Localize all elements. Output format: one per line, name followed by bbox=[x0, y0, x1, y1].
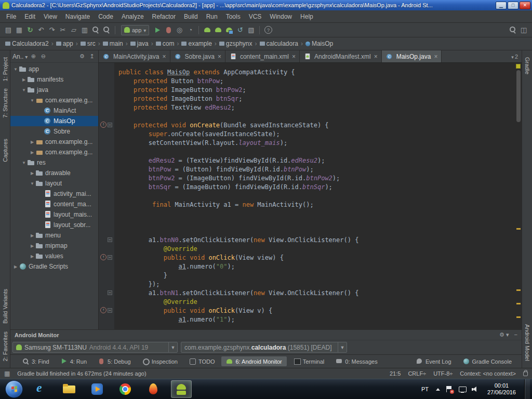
tree-item-sobre[interactable]: Sobre bbox=[10, 126, 98, 137]
help-icon[interactable] bbox=[263, 25, 273, 35]
tree-collapse-arrow-icon[interactable] bbox=[12, 67, 19, 72]
action-center-icon[interactable]: ✕ bbox=[445, 385, 453, 393]
tree-item-mainact[interactable]: MainAct bbox=[10, 105, 98, 116]
fold-marker-icon[interactable] bbox=[108, 237, 112, 242]
tree-expand-arrow-icon[interactable] bbox=[29, 254, 35, 259]
menu-edit[interactable]: Edit bbox=[20, 11, 39, 22]
tree-item-drawable[interactable]: drawable bbox=[10, 168, 98, 178]
debug-icon[interactable] bbox=[163, 25, 174, 35]
tab-mainactivity-java[interactable]: MainActivity.java bbox=[99, 50, 170, 62]
fold-marker-icon[interactable] bbox=[108, 255, 112, 260]
context-indicator[interactable]: Context: <no context> bbox=[460, 370, 516, 377]
toolwindow-button-6-android-monitor[interactable]: 6: Android Monitor bbox=[221, 356, 286, 366]
toolwindow-button-4-run[interactable]: 4: Run bbox=[56, 356, 91, 366]
tree-collapse-arrow-icon[interactable] bbox=[29, 98, 35, 103]
menu-vcs[interactable]: VCS bbox=[245, 11, 266, 22]
breadcrumb-item-calculadora[interactable]: calculadora bbox=[259, 39, 299, 48]
lock-icon[interactable] bbox=[523, 371, 528, 376]
chrome-taskbar-button[interactable] bbox=[115, 380, 136, 398]
menu-help[interactable]: Help bbox=[296, 11, 317, 22]
breadcrumb-item-calculadora2[interactable]: Calculadora2 bbox=[4, 39, 50, 48]
tree-item-layout-sobr[interactable]: layout_sobr... bbox=[10, 220, 98, 230]
toolwindow-button-inspection[interactable]: Inspection bbox=[138, 356, 182, 366]
tab-close-icon[interactable] bbox=[162, 53, 166, 60]
toolwindow-button-todo[interactable]: TODO bbox=[184, 356, 220, 366]
tree-collapse-arrow-icon[interactable] bbox=[29, 181, 35, 186]
save-icon[interactable] bbox=[14, 25, 24, 35]
toolwindow-button-5-debug[interactable]: 5: Debug bbox=[94, 356, 136, 366]
tree-expand-arrow-icon[interactable] bbox=[29, 140, 35, 144]
monitor-settings-icon[interactable] bbox=[499, 331, 509, 338]
tree-item-app[interactable]: app bbox=[10, 64, 98, 74]
breadcrumb-item-gzsphynx[interactable]: gzsphynx bbox=[218, 39, 254, 48]
cut-icon[interactable] bbox=[58, 25, 68, 35]
search-icon[interactable] bbox=[508, 25, 518, 35]
breadcrumb-item-app[interactable]: app bbox=[55, 39, 74, 48]
tree-expand-arrow-icon[interactable] bbox=[29, 244, 35, 248]
breadcrumb-item-maisop[interactable]: MaisOp bbox=[304, 39, 334, 48]
editor-pane[interactable]: public class MaisOp extends AppCompatAct… bbox=[99, 63, 522, 329]
toolwindow-button-7-structure[interactable]: 7: Structure bbox=[2, 85, 8, 122]
maximize-button[interactable] bbox=[508, 2, 518, 9]
fold-marker-icon[interactable] bbox=[108, 123, 112, 127]
minimize-button[interactable] bbox=[496, 2, 507, 9]
menu-refactor[interactable]: Refactor bbox=[148, 11, 180, 22]
tab-content-main-xml[interactable]: content_main.xml bbox=[225, 50, 300, 62]
gear-icon[interactable] bbox=[78, 52, 86, 61]
tab-androidmanifest-xml[interactable]: AndroidManifest.xml bbox=[300, 50, 382, 62]
breadcrumb-item-src[interactable]: src bbox=[79, 39, 97, 48]
tab-sobre-java[interactable]: Sobre.java bbox=[170, 50, 225, 62]
toolwindow-button-0-messages[interactable]: 0: Messages bbox=[331, 356, 382, 366]
device-select[interactable]: Samsung SM-T113NU Android 4.4.4, API 19 bbox=[12, 342, 178, 353]
run-icon[interactable] bbox=[152, 25, 163, 35]
start-button[interactable] bbox=[5, 380, 23, 398]
warning-stripe-mark[interactable] bbox=[516, 289, 521, 291]
toolwindow-button-terminal[interactable]: Terminal bbox=[289, 356, 329, 366]
line-separator-indicator[interactable]: CRLF÷ bbox=[408, 370, 426, 377]
toolwindow-layout-icon[interactable] bbox=[518, 25, 529, 35]
coverage-icon[interactable] bbox=[174, 25, 184, 35]
toolwindow-button-2-favorites[interactable]: 2: Favorites bbox=[2, 328, 8, 365]
tree-item-com-example-g[interactable]: com.example.g... bbox=[10, 147, 98, 157]
menu-view[interactable]: View bbox=[39, 11, 61, 22]
device-monitor-icon[interactable] bbox=[224, 25, 234, 35]
fold-marker-icon[interactable] bbox=[108, 290, 112, 295]
menu-analyze[interactable]: Analyze bbox=[117, 11, 148, 22]
breadcrumb-item-main[interactable]: main bbox=[102, 39, 124, 48]
toolwindow-button-3-find[interactable]: 3: Find bbox=[18, 356, 54, 366]
flame-app-taskbar-button[interactable] bbox=[143, 380, 164, 398]
menu-run[interactable]: Run bbox=[202, 11, 222, 22]
hidden-tabs-indicator[interactable]: 2 bbox=[508, 50, 522, 62]
tree-item-com-example-g[interactable]: com.example.g... bbox=[10, 95, 98, 105]
override-method-icon[interactable] bbox=[100, 254, 107, 260]
collapse-all-icon[interactable] bbox=[88, 52, 96, 61]
explorer-taskbar-button[interactable] bbox=[59, 380, 79, 398]
toolwindow-button-android-model[interactable]: Android Model bbox=[524, 321, 530, 365]
tab-maisop-java[interactable]: MaisOp.java bbox=[382, 50, 442, 62]
device-dropdown-arrow[interactable] bbox=[168, 342, 177, 352]
caret-position[interactable]: 21:5 bbox=[390, 370, 401, 377]
show-desktop-button[interactable] bbox=[524, 379, 530, 399]
android-monitor-header[interactable]: Android Monitor bbox=[10, 329, 522, 340]
scrollbar-thumb[interactable] bbox=[516, 70, 521, 122]
display-icon[interactable] bbox=[458, 385, 466, 393]
warning-stripe-mark[interactable] bbox=[516, 303, 521, 304]
run-configuration-select[interactable]: app bbox=[121, 25, 149, 35]
avd-manager-icon[interactable] bbox=[202, 25, 212, 35]
warning-stripe-mark[interactable] bbox=[516, 316, 521, 318]
tree-item-mipmap[interactable]: mipmap bbox=[10, 241, 98, 251]
toolwindow-button-1-project[interactable]: 1: Project bbox=[2, 54, 8, 85]
inspection-indicator-icon[interactable] bbox=[516, 64, 521, 69]
replace-icon[interactable] bbox=[101, 25, 112, 35]
encoding-indicator[interactable]: UTF-8÷ bbox=[433, 370, 453, 377]
tree-item-layout[interactable]: layout bbox=[10, 178, 98, 189]
copy-icon[interactable] bbox=[69, 25, 79, 35]
profiler-icon[interactable] bbox=[185, 25, 195, 35]
undo-icon[interactable] bbox=[36, 25, 46, 35]
tree-item-activity-mai[interactable]: activity_mai... bbox=[10, 189, 98, 199]
toolwindow-button-build-variants[interactable]: Build Variants bbox=[2, 285, 8, 327]
sdk-manager-icon[interactable] bbox=[213, 25, 223, 35]
expand-all-icon[interactable] bbox=[29, 52, 37, 61]
find-icon[interactable] bbox=[90, 25, 101, 35]
language-indicator[interactable]: PT bbox=[419, 385, 431, 393]
